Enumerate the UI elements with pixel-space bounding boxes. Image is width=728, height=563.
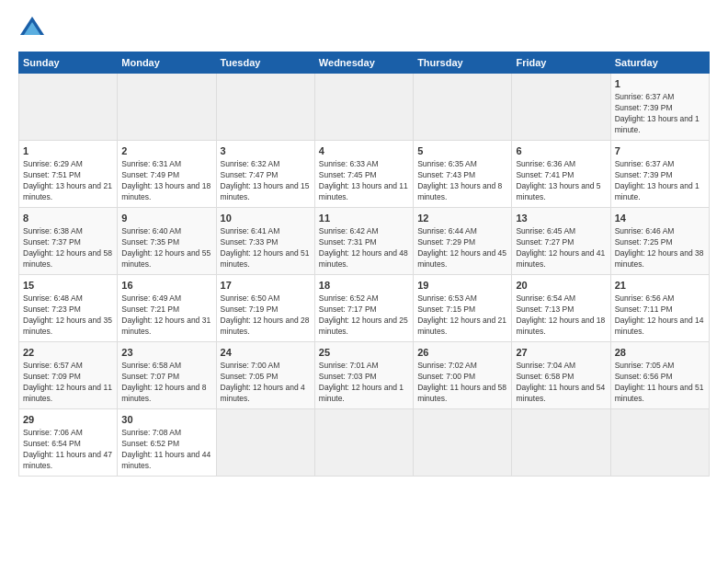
day-number: 4 [319,144,409,158]
daylight: Daylight: 12 hours and 58 minutes. [23,248,112,269]
daylight: Daylight: 11 hours and 47 minutes. [23,450,112,470]
daylight: Daylight: 12 hours and 28 minutes. [221,316,310,336]
sunrise: Sunrise: 7:05 AM [615,361,675,370]
sunset: Sunset: 7:25 PM [615,237,673,247]
calendar-cell: 16Sunrise: 6:49 AMSunset: 7:21 PMDayligh… [118,274,216,341]
sunset: Sunset: 7:29 PM [417,237,475,247]
day-number: 14 [615,212,705,225]
calendar-cell: 17Sunrise: 6:50 AMSunset: 7:19 PMDayligh… [216,274,314,341]
day-number: 15 [23,279,113,293]
sunrise: Sunrise: 6:53 AM [417,293,477,303]
week-row-4: 22Sunrise: 6:57 AMSunset: 7:09 PMDayligh… [19,341,710,408]
sunset: Sunset: 7:27 PM [516,237,574,247]
week-row-0: 1Sunrise: 6:37 AMSunset: 7:39 PMDaylight… [19,74,710,141]
sunset: Sunset: 7:11 PM [615,304,673,314]
day-number: 20 [516,279,606,293]
calendar-cell: 15Sunrise: 6:48 AMSunset: 7:23 PMDayligh… [19,274,118,341]
calendar-cell [118,74,216,141]
calendar-cell [414,74,512,141]
calendar-cell: 3Sunrise: 6:32 AMSunset: 7:47 PMDaylight… [216,140,314,207]
day-number: 23 [121,346,211,360]
daylight: Daylight: 13 hours and 8 minutes. [417,181,502,201]
day-number: 13 [516,212,606,225]
sunset: Sunset: 6:54 PM [23,439,81,448]
sunrise: Sunrise: 6:36 AM [516,159,575,168]
daylight: Daylight: 13 hours and 11 minutes. [319,181,408,201]
day-number: 22 [23,346,113,360]
sunset: Sunset: 7:43 PM [417,170,475,179]
daylight: Daylight: 13 hours and 18 minutes. [121,181,210,201]
calendar-cell: 21Sunrise: 6:56 AMSunset: 7:11 PMDayligh… [610,274,709,341]
daylight: Daylight: 12 hours and 55 minutes. [121,248,210,269]
day-number: 18 [319,279,409,293]
calendar-cell: 26Sunrise: 7:02 AMSunset: 7:00 PMDayligh… [414,341,512,408]
day-number: 30 [121,413,211,427]
day-number: 29 [23,413,113,427]
sunrise: Sunrise: 7:02 AM [417,361,477,370]
daylight: Daylight: 11 hours and 54 minutes. [516,383,605,403]
col-header-monday: Monday [118,52,216,74]
calendar-cell [216,408,314,476]
sunrise: Sunrise: 7:04 AM [516,361,575,370]
sunrise: Sunrise: 6:42 AM [319,226,379,236]
sunset: Sunset: 7:45 PM [319,170,377,179]
sunset: Sunset: 7:21 PM [121,304,179,314]
day-number: 7 [615,144,705,158]
page: SundayMondayTuesdayWednesdayThursdayFrid… [0,0,728,563]
day-number: 11 [319,212,409,225]
calendar-cell: 11Sunrise: 6:42 AMSunset: 7:31 PMDayligh… [314,207,413,274]
calendar-cell: 29Sunrise: 7:06 AMSunset: 6:54 PMDayligh… [19,408,118,476]
col-header-saturday: Saturday [610,52,709,74]
calendar-cell: 12Sunrise: 6:44 AMSunset: 7:29 PMDayligh… [414,207,512,274]
day-number: 3 [221,144,311,158]
day-number: 19 [417,279,507,293]
logo-icon [18,15,46,42]
calendar-cell [414,408,512,476]
daylight: Daylight: 11 hours and 58 minutes. [417,383,506,403]
col-header-tuesday: Tuesday [216,52,314,74]
sunset: Sunset: 7:05 PM [221,372,279,381]
calendar-cell: 14Sunrise: 6:46 AMSunset: 7:25 PMDayligh… [610,207,709,274]
sunrise: Sunrise: 6:35 AM [417,159,477,168]
daylight: Daylight: 12 hours and 1 minute. [319,383,404,403]
day-number: 1 [615,77,705,91]
daylight: Daylight: 12 hours and 25 minutes. [319,316,408,336]
calendar-cell [512,408,610,476]
daylight: Daylight: 11 hours and 51 minutes. [615,383,704,403]
sunrise: Sunrise: 6:57 AM [23,361,83,370]
col-header-sunday: Sunday [19,52,118,74]
sunrise: Sunrise: 6:49 AM [121,293,181,303]
day-number: 5 [417,144,507,158]
daylight: Daylight: 12 hours and 35 minutes. [23,316,112,336]
day-number: 8 [23,212,113,225]
sunrise: Sunrise: 6:40 AM [121,226,181,236]
calendar-cell: 1Sunrise: 6:37 AMSunset: 7:39 PMDaylight… [610,74,709,141]
week-row-2: 8Sunrise: 6:38 AMSunset: 7:37 PMDaylight… [19,207,710,274]
day-number: 1 [23,144,113,158]
calendar-cell: 24Sunrise: 7:00 AMSunset: 7:05 PMDayligh… [216,341,314,408]
calendar-cell: 18Sunrise: 6:52 AMSunset: 7:17 PMDayligh… [314,274,413,341]
calendar-cell: 6Sunrise: 6:36 AMSunset: 7:41 PMDaylight… [512,140,610,207]
week-row-5: 29Sunrise: 7:06 AMSunset: 6:54 PMDayligh… [19,408,710,476]
sunrise: Sunrise: 6:29 AM [23,159,83,168]
sunset: Sunset: 7:17 PM [319,304,377,314]
calendar-cell: 5Sunrise: 6:35 AMSunset: 7:43 PMDaylight… [414,140,512,207]
daylight: Daylight: 13 hours and 1 minute. [615,114,700,134]
sunrise: Sunrise: 6:58 AM [121,361,181,370]
sunset: Sunset: 7:49 PM [121,170,179,179]
daylight: Daylight: 12 hours and 45 minutes. [417,248,506,269]
calendar-cell: 9Sunrise: 6:40 AMSunset: 7:35 PMDaylight… [118,207,216,274]
sunset: Sunset: 7:09 PM [23,372,81,381]
sunrise: Sunrise: 7:06 AM [23,428,83,437]
daylight: Daylight: 12 hours and 8 minutes. [121,383,206,403]
day-number: 21 [615,279,705,293]
col-header-wednesday: Wednesday [314,52,413,74]
daylight: Daylight: 12 hours and 11 minutes. [23,383,112,403]
calendar-cell: 23Sunrise: 6:58 AMSunset: 7:07 PMDayligh… [118,341,216,408]
sunset: Sunset: 7:03 PM [319,372,377,381]
sunrise: Sunrise: 6:46 AM [615,226,675,236]
calendar-cell [19,74,118,141]
sunrise: Sunrise: 6:44 AM [417,226,477,236]
sunrise: Sunrise: 6:48 AM [23,293,83,303]
daylight: Daylight: 12 hours and 18 minutes. [516,316,605,336]
